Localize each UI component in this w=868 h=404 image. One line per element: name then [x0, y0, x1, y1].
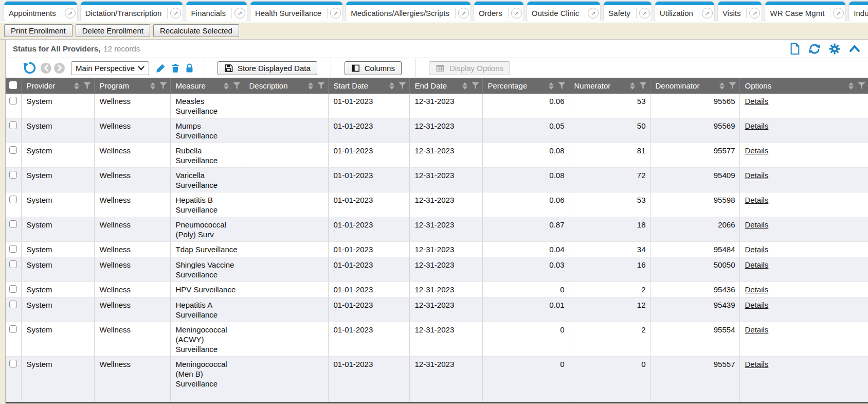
external-link-icon[interactable]: ↗ — [639, 8, 650, 19]
sort-icon[interactable] — [549, 82, 554, 90]
filter-icon[interactable] — [858, 82, 865, 89]
sort-icon[interactable] — [462, 82, 467, 90]
external-link-icon[interactable]: ↗ — [511, 8, 522, 19]
module-tab[interactable]: Industrial ↗ — [849, 2, 868, 21]
column-header[interactable]: Description — [244, 78, 328, 94]
details-link[interactable]: Details — [745, 121, 769, 130]
delete-trash-icon[interactable] — [170, 63, 180, 74]
row-checkbox[interactable] — [9, 220, 17, 228]
select-all-header[interactable] — [6, 78, 21, 94]
details-link[interactable]: Details — [745, 245, 769, 254]
column-header[interactable]: Options — [739, 78, 868, 94]
columns-button[interactable]: Columns — [345, 61, 402, 75]
row-checkbox[interactable] — [9, 325, 17, 333]
module-tab[interactable]: Financials ↗ — [186, 2, 247, 21]
row-checkbox[interactable] — [9, 285, 17, 293]
column-header[interactable]: Start Date — [328, 78, 409, 94]
perspective-select[interactable]: Main Perspective — [71, 61, 149, 75]
cell-denominator: 95439 — [650, 297, 739, 322]
new-document-icon[interactable] — [789, 43, 801, 55]
module-tab[interactable]: Orders ↗ — [474, 2, 523, 21]
external-link-icon[interactable]: ↗ — [833, 8, 844, 19]
external-link-icon[interactable]: ↗ — [330, 8, 341, 19]
sort-icon[interactable] — [848, 82, 854, 90]
details-link[interactable]: Details — [745, 97, 769, 106]
details-link[interactable]: Details — [745, 171, 769, 180]
module-tab[interactable]: Medications/Allergies/Scripts ↗ — [346, 2, 471, 21]
details-link[interactable]: Details — [745, 325, 769, 334]
collapse-chevron-up-icon[interactable] — [848, 43, 861, 55]
sort-icon[interactable] — [150, 82, 155, 90]
row-checkbox[interactable] — [9, 146, 17, 154]
row-checkbox[interactable] — [9, 260, 17, 268]
details-link[interactable]: Details — [745, 220, 769, 229]
enrollment-action-button[interactable]: Recalculate Selected — [153, 24, 239, 37]
module-tab[interactable]: Dictation/Transcription ↗ — [81, 2, 183, 21]
column-header[interactable]: Provider — [21, 78, 94, 94]
details-link[interactable]: Details — [745, 360, 769, 368]
details-link[interactable]: Details — [745, 301, 769, 309]
display-options-button[interactable]: Display Options — [429, 61, 510, 75]
external-link-icon[interactable]: ↗ — [588, 8, 599, 19]
filter-icon[interactable] — [233, 82, 241, 89]
details-link[interactable]: Details — [745, 196, 769, 204]
row-checkbox[interactable] — [9, 360, 17, 367]
module-tab[interactable]: Outside Clinic ↗ — [527, 2, 601, 21]
lock-icon[interactable] — [185, 63, 194, 74]
row-checkbox[interactable] — [9, 97, 17, 104]
select-all-checkbox[interactable] — [9, 81, 17, 89]
module-tab[interactable]: Health Surveillance ↗ — [250, 2, 342, 21]
module-tab[interactable]: Utilization ↗ — [655, 2, 714, 21]
filter-icon[interactable] — [160, 82, 167, 89]
module-tab[interactable]: WR Case Mgmt ↗ — [765, 2, 845, 21]
store-displayed-data-button[interactable]: Store Displayed Data — [218, 61, 317, 75]
external-link-icon[interactable]: ↗ — [458, 8, 469, 19]
table-row: System Wellness HPV Surveillance 01-01-2… — [6, 282, 868, 297]
edit-pencil-icon[interactable] — [155, 63, 166, 74]
row-checkbox[interactable] — [9, 121, 17, 129]
external-link-icon[interactable]: ↗ — [65, 8, 76, 19]
details-link[interactable]: Details — [745, 146, 769, 155]
sort-icon[interactable] — [308, 82, 313, 90]
sort-icon[interactable] — [74, 82, 79, 90]
row-checkbox[interactable] — [9, 301, 17, 308]
filter-icon[interactable] — [558, 82, 566, 89]
module-tab[interactable]: Safety ↗ — [604, 2, 652, 21]
sort-icon[interactable] — [224, 82, 229, 90]
refresh-icon[interactable] — [808, 43, 821, 55]
details-link[interactable]: Details — [745, 260, 769, 269]
module-tab[interactable]: Visits ↗ — [718, 2, 762, 21]
column-header[interactable]: Program — [94, 78, 170, 94]
column-header[interactable]: Denominator — [650, 78, 739, 94]
filter-icon[interactable] — [84, 82, 91, 89]
row-checkbox[interactable] — [9, 171, 17, 179]
module-tab[interactable]: Appointments ↗ — [4, 2, 77, 21]
filter-icon[interactable] — [399, 82, 406, 89]
filter-icon[interactable] — [729, 82, 736, 89]
filter-icon[interactable] — [640, 82, 647, 89]
row-checkbox[interactable] — [9, 245, 17, 253]
undo-icon[interactable] — [23, 61, 37, 75]
column-header[interactable]: End Date — [409, 78, 482, 94]
enrollment-action-button[interactable]: Delete Enrollment — [76, 24, 150, 37]
filter-icon[interactable] — [318, 82, 325, 89]
filter-icon[interactable] — [472, 82, 479, 89]
nav-forward-icon[interactable] — [54, 63, 65, 74]
sort-icon[interactable] — [389, 82, 394, 90]
external-link-icon[interactable]: ↗ — [170, 8, 181, 19]
details-link[interactable]: Details — [745, 285, 769, 294]
nav-back-icon[interactable] — [41, 63, 51, 74]
external-link-icon[interactable]: ↗ — [234, 8, 245, 19]
column-header[interactable]: Measure — [170, 78, 244, 94]
enrollment-action-button[interactable]: Print Enrollment — [4, 24, 73, 37]
external-link-icon[interactable]: ↗ — [749, 8, 760, 19]
cell-percentage: 0.01 — [482, 297, 569, 322]
column-header[interactable]: Numerator — [569, 78, 650, 94]
external-link-icon[interactable]: ↗ — [702, 8, 713, 19]
sort-icon[interactable] — [630, 82, 635, 90]
column-header[interactable]: Percentage — [482, 78, 569, 94]
cell-numerator: 0 — [569, 357, 650, 402]
row-checkbox[interactable] — [9, 196, 17, 203]
sort-icon[interactable] — [719, 82, 725, 90]
gear-icon[interactable] — [828, 43, 841, 55]
